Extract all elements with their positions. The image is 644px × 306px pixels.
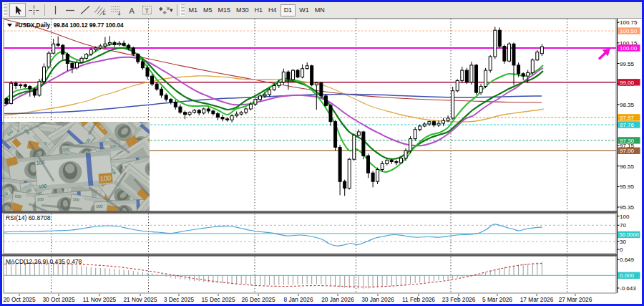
svg-text:MACD(12,26,9) 0,435 0,478: MACD(12,26,9) 0,435 0,478 <box>6 258 82 265</box>
svg-text:27 Mar 2026: 27 Mar 2026 <box>559 296 592 303</box>
svg-text:3 Dec 2025: 3 Dec 2025 <box>164 296 195 303</box>
svg-text:20 Oct 2025: 20 Oct 2025 <box>3 296 36 303</box>
svg-text:97.76: 97.76 <box>620 122 635 128</box>
svg-text:97.30: 97.30 <box>620 138 635 144</box>
svg-text:100.75: 100.75 <box>620 19 638 26</box>
svg-text:70: 70 <box>620 222 626 229</box>
svg-text:-0.643: -0.643 <box>620 285 636 292</box>
svg-text:RSI(14) 60.8708: RSI(14) 60.8708 <box>6 214 51 221</box>
svg-text:E: E <box>102 11 106 16</box>
svg-text:96.55: 96.55 <box>620 163 635 170</box>
svg-text:23 Feb 2026: 23 Feb 2026 <box>442 296 476 303</box>
svg-text:98.35: 98.35 <box>620 102 635 108</box>
svg-text:11 Feb 2026: 11 Feb 2026 <box>402 296 435 303</box>
svg-text:50.0000: 50.0000 <box>620 231 639 238</box>
svg-text:26 Dec 2025: 26 Dec 2025 <box>241 296 275 303</box>
svg-text:A: A <box>129 6 135 15</box>
svg-text:97.00: 97.00 <box>620 148 635 154</box>
svg-text:8 Jan 2026: 8 Jan 2026 <box>283 296 313 303</box>
svg-text:17 Mar 2026: 17 Mar 2026 <box>520 296 554 303</box>
svg-text:21 Nov 2025: 21 Nov 2025 <box>123 296 157 303</box>
svg-text:30: 30 <box>620 239 626 245</box>
svg-text:99.00: 99.00 <box>620 80 635 86</box>
svg-text:95.35: 95.35 <box>620 204 635 211</box>
svg-text:0.000: 0.000 <box>620 272 635 279</box>
svg-text:T: T <box>145 7 149 14</box>
svg-text:0.649: 0.649 <box>620 257 635 263</box>
svg-text:100.00: 100.00 <box>620 45 638 52</box>
svg-text:30 Jan 2026: 30 Jan 2026 <box>361 296 394 303</box>
svg-text:97.97: 97.97 <box>620 115 635 121</box>
svg-text:15 Dec 2025: 15 Dec 2025 <box>201 296 235 303</box>
svg-text:20 Jan 2026: 20 Jan 2026 <box>321 296 354 303</box>
svg-text:#USDX,Daily 99.84 100.12 99.7: #USDX,Daily 99.84 100.12 99.77 100.04 <box>15 22 124 29</box>
svg-text:30 Oct 2025: 30 Oct 2025 <box>42 296 75 303</box>
svg-text:5 Mar 2026: 5 Mar 2026 <box>482 296 512 303</box>
svg-text:99.55: 99.55 <box>620 61 635 67</box>
svg-text:100: 100 <box>620 214 630 220</box>
svg-text:95.95: 95.95 <box>620 183 635 190</box>
svg-text:11 Nov 2025: 11 Nov 2025 <box>83 296 117 303</box>
svg-text:100.50: 100.50 <box>620 28 638 34</box>
svg-text:0: 0 <box>620 247 623 253</box>
